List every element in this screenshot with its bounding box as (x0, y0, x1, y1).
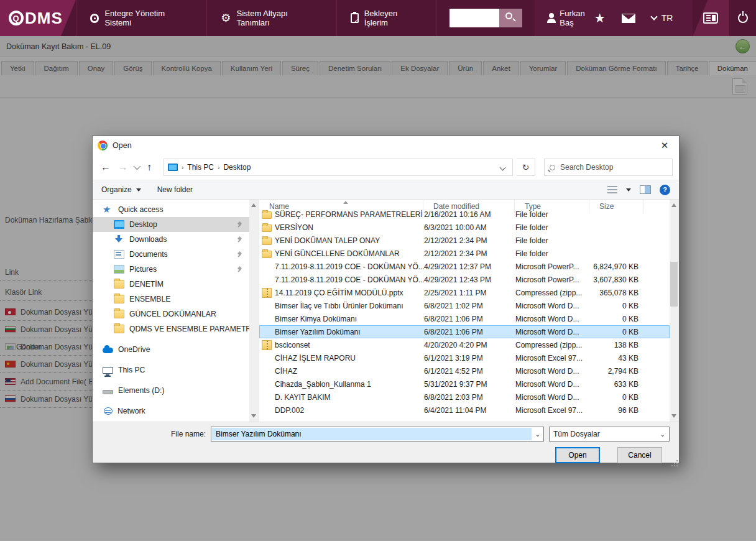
file-row[interactable]: VERSİYON6/3/2021 10:00 AMFile folder (259, 221, 670, 234)
file-row[interactable]: Bimser İlaç ve Tıbbı Ürünler Dokümanı6/8… (259, 299, 670, 312)
file-row[interactable]: DDP.0026/4/2021 11:04 PMMicrosoft Excel … (259, 404, 670, 417)
qdms-logo[interactable]: QDMS (0, 0, 76, 36)
zip-file-icon (262, 288, 272, 298)
sidebar-item-g-ncel-dok-manlar[interactable]: GÜNCEL DOKÜMANLAR (93, 307, 249, 321)
sidebar-item-network[interactable]: Network (93, 404, 249, 418)
help-icon[interactable]: ? (660, 185, 670, 195)
topnav-search-input[interactable] (449, 9, 499, 27)
file-row[interactable]: 14.11.2019 ÇO EĞİTİM MODÜLÜ.pptx2/25/202… (259, 286, 670, 299)
open-button[interactable]: Open (555, 447, 600, 463)
file-row[interactable]: 7.11.2019-8.11.2019 COE - DOKÜMAN YÖ...4… (259, 273, 670, 286)
file-row[interactable]: YENİ GÜNCELLENE DOKÜMANLAR2/12/2021 2:34… (259, 247, 670, 260)
file-row[interactable]: CİHAZ İŞLEM RAPORU6/1/2021 3:19 PMMicros… (259, 351, 670, 364)
file-type-cell: File folder (515, 249, 590, 258)
new-folder-button[interactable]: New folder (157, 185, 193, 194)
file-row[interactable]: 7.11.2019-8.11.2019 COE - DOKÜMAN YÖ...4… (259, 260, 670, 273)
scroll-down-icon[interactable] (251, 414, 256, 418)
column-header-name[interactable]: Name (259, 200, 423, 213)
file-name-dropdown-chevron-icon[interactable]: ⌄ (532, 431, 543, 438)
topnav-search-button[interactable] (499, 9, 522, 27)
logout-zone (729, 0, 756, 36)
scroll-down-icon[interactable] (671, 414, 676, 418)
file-type-cell: Microsoft Word D... (515, 328, 590, 336)
dialog-search-input[interactable] (560, 163, 667, 172)
column-header-type[interactable]: Type (515, 200, 589, 213)
user-name[interactable]: Furkan Baş (560, 9, 588, 27)
cancel-button[interactable]: Cancel (617, 447, 662, 463)
sidebar-item-this-pc[interactable]: This PC (93, 363, 249, 377)
file-row[interactable]: Bimser Yazılım Dokümanı6/8/2021 1:06 PMM… (259, 325, 670, 338)
file-name-text: bsciconset (275, 341, 310, 349)
sidebar-item-onedrive[interactable]: OneDrive (93, 342, 249, 357)
sidebar-item-label: Quick access (118, 205, 163, 214)
file-name-cell: Cihazda_Şablon_Kullanma 1 (260, 379, 424, 389)
nav-item-entegre-y-netim-sistemi[interactable]: Entegre Yönetim Sistemi (76, 0, 208, 36)
breadcrumb-dropdown-chevron-icon[interactable] (500, 164, 506, 170)
nav-back-icon[interactable]: ← (99, 162, 113, 173)
scrollbar-thumb[interactable] (670, 262, 678, 307)
preview-pane-icon[interactable] (640, 185, 651, 194)
dialog-title: Open (113, 141, 132, 150)
sidebar-item-qdms-ve-ensemble-parametreler[interactable]: QDMS VE ENSEMBLE PARAMETRELER (93, 321, 249, 336)
resize-grip[interactable] (673, 456, 678, 461)
file-name-cell: DDP.002 (260, 405, 424, 415)
folder-file-icon (262, 224, 272, 232)
organize-button[interactable]: Organize (101, 185, 141, 194)
sidebar-item-pictures[interactable]: Pictures (93, 262, 249, 277)
folder-icon (114, 310, 124, 318)
column-header-size[interactable]: Size (589, 200, 644, 213)
user-guide-book-icon[interactable] (703, 12, 718, 24)
file-list-scrollbar[interactable] (670, 200, 679, 422)
file-row[interactable]: D. KAYIT BAKIM6/8/2021 2:03 PMMicrosoft … (259, 391, 670, 404)
refresh-icon[interactable]: ↻ (517, 159, 535, 176)
nav-item-label: Bekleyen İşlerim (364, 9, 423, 27)
integrated-system-icon (90, 14, 99, 23)
sidebar-item-desktop[interactable]: Desktop (93, 217, 249, 232)
nav-history-chevron-icon[interactable] (134, 163, 141, 170)
breadcrumb-desktop[interactable]: Desktop (223, 163, 251, 172)
nav-up-icon[interactable]: ↑ (142, 162, 156, 173)
file-row[interactable]: Cihazda_Şablon_Kullanma 15/31/2021 9:37 … (259, 377, 670, 391)
list-view-icon[interactable] (607, 186, 617, 193)
view-options-chevron-icon[interactable] (626, 188, 631, 192)
sidebar-item-elements-d-[interactable]: Elements (D:) (93, 383, 249, 398)
scroll-up-icon[interactable] (251, 203, 256, 207)
file-name-input[interactable] (212, 428, 532, 440)
file-size-cell: 2,794 KB (590, 367, 645, 376)
sidebar-item-documents[interactable]: Documents (93, 247, 249, 262)
file-name-text: DDP.002 (275, 406, 304, 415)
file-date-cell: 6/4/2021 11:04 PM (424, 406, 515, 415)
sidebar-item-quick-access[interactable]: ★Quick access (93, 202, 249, 217)
view-controls: ? (607, 185, 670, 195)
file-row[interactable]: Bimser Kimya Dokümanı6/8/2021 1:06 PMMic… (259, 312, 670, 325)
sidebar-item-ensemble[interactable]: ENSEMBLE (93, 292, 249, 307)
file-name-text: VERSİYON (275, 223, 313, 232)
scroll-up-icon[interactable] (671, 203, 676, 207)
sidebar-item-downloads[interactable]: Downloads (93, 232, 249, 247)
top-nav-menu: Entegre Yönetim Sistemi⚙Sistem Altyapı T… (76, 0, 438, 36)
nav-forward-icon[interactable]: → (116, 162, 130, 173)
file-row[interactable]: CİHAZ6/1/2021 4:52 PMMicrosoft Word D...… (259, 364, 670, 377)
close-icon[interactable]: ✕ (655, 138, 674, 153)
power-logout-icon[interactable] (738, 13, 748, 23)
language-selector[interactable]: TR (652, 13, 673, 23)
file-name-cell: VERSİYON (260, 223, 424, 232)
folder-icon (114, 325, 124, 333)
chevron-down-icon (650, 13, 657, 20)
sidebar-scrollbar[interactable] (249, 200, 259, 422)
breadcrumb-separator: › (218, 164, 219, 171)
sidebar-item-deneti-m[interactable]: DENETİM (93, 277, 249, 292)
nav-item-bekleyen-i-lerim[interactable]: Bekleyen İşlerim (337, 0, 438, 36)
file-row[interactable]: bsciconset4/20/2020 4:20 PMCompressed (z… (259, 338, 670, 351)
file-type-cell: Microsoft PowerP... (515, 275, 590, 284)
nav-item-sistem-altyap-tan-mlar-[interactable]: ⚙Sistem Altyapı Tanımları (207, 0, 336, 36)
mail-icon[interactable] (622, 14, 635, 23)
favorites-star-icon[interactable]: ★ (594, 11, 606, 25)
breadcrumb-bar[interactable]: › This PC › Desktop (164, 159, 513, 176)
column-header-date-modified[interactable]: Date modified (423, 200, 515, 213)
file-type-select[interactable]: Tüm Dosyalar ⌄ (549, 427, 670, 442)
file-row[interactable]: YENİ DOKÜMAN TALEP ONAY2/12/2021 2:34 PM… (259, 234, 670, 247)
dialog-title-bar[interactable]: Open ✕ (93, 136, 679, 155)
file-name-text: 7.11.2019-8.11.2019 COE - DOKÜMAN YÖ... (275, 262, 424, 271)
breadcrumb-this-pc[interactable]: This PC (187, 163, 214, 172)
